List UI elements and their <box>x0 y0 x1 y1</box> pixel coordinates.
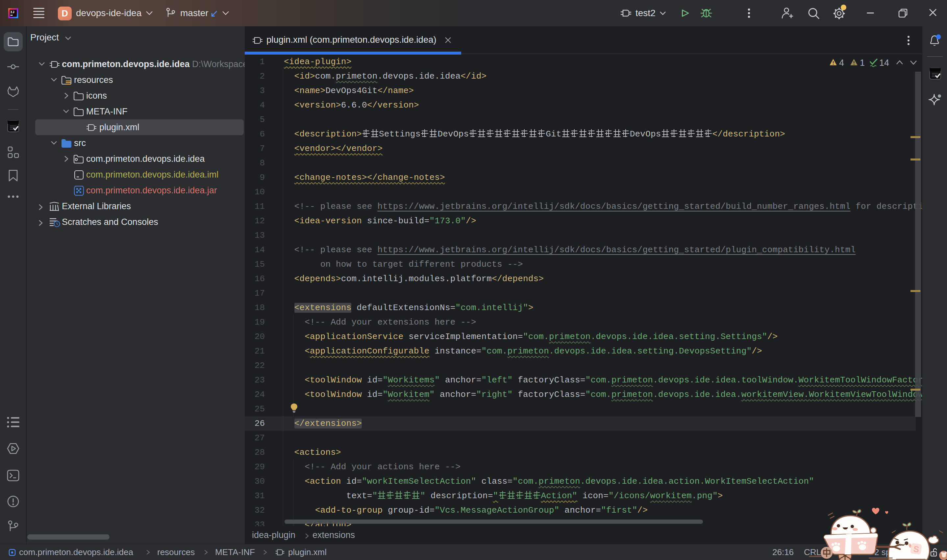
svg-text:4: 4 <box>839 58 844 68</box>
svg-text:14: 14 <box>879 58 889 68</box>
svg-text:1: 1 <box>860 58 865 68</box>
svg-text:IJ: IJ <box>10 10 14 14</box>
